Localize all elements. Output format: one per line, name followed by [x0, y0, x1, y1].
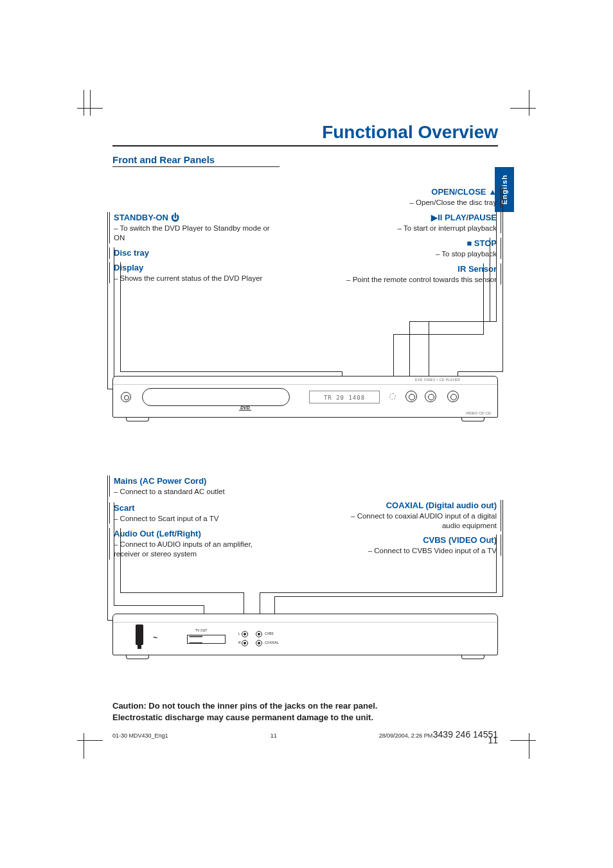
page-content: Functional Overview Front and Rear Panel… — [112, 122, 498, 745]
crop-mark-top-right — [510, 90, 536, 116]
section-rule — [112, 166, 280, 167]
leader-line — [114, 605, 204, 606]
front-panel-device: DVD TR 20 1408 DVD VIDEO / CD PLAYER VID… — [112, 376, 498, 418]
scart-label: Scart — [114, 502, 270, 514]
audio-right-jack-icon — [242, 640, 248, 646]
dvd-logo-icon: DVD — [239, 405, 251, 411]
crop-mark-top-left — [77, 90, 103, 116]
callout-coaxial: COAXIAL (Digital audio out) Connect to c… — [341, 500, 501, 531]
ac-symbol-icon: ~ — [153, 633, 157, 642]
audio-out-desc: Connect to AUDIO inputs of an amplifier,… — [114, 540, 270, 560]
standby-button-icon — [121, 392, 131, 402]
leader-line — [260, 592, 497, 593]
callout-cvbs: CVBS (VIDEO Out) Connect to CVBS Video i… — [341, 535, 501, 556]
front-panel-block: STANDBY-ON ⏻ To switch the DVD Player to… — [112, 212, 498, 418]
callout-play-pause: ▶II PLAY/PAUSE To start or interrupt pla… — [341, 212, 501, 233]
display-label: Display — [114, 262, 270, 274]
leader-line — [107, 212, 108, 389]
scart-desc: Connect to Scart input of a TV — [114, 514, 270, 524]
device-foot-right — [461, 418, 484, 421]
leader-line — [114, 247, 114, 389]
disc-tray-icon: DVD — [142, 388, 290, 406]
mains-desc: Connect to a standard AC outlet — [114, 487, 270, 497]
leader-line — [120, 262, 121, 371]
stop-desc: To stop playback — [341, 249, 497, 260]
section-heading: Front and Rear Panels — [112, 154, 498, 165]
jack-label-r: R — [238, 641, 241, 644]
play-pause-label: ▶II PLAY/PAUSE — [341, 212, 497, 224]
leader-line — [120, 371, 342, 372]
leader-line — [490, 238, 490, 321]
leader-line — [275, 596, 503, 597]
callout-stop: ■ STOP To stop playback — [341, 238, 501, 259]
language-tab-label: English — [501, 175, 508, 205]
device-top-line — [113, 622, 497, 623]
leader-line — [429, 321, 490, 322]
standby-on-label: STANDBY-ON ⏻ — [114, 212, 270, 224]
leader-line — [120, 528, 121, 592]
ir-sensor-label: IR Sensor — [341, 263, 497, 275]
caution-block: Caution: Do not touch the inner pins of … — [112, 700, 498, 723]
ir-sensor-desc: Point the remote control towards this se… — [341, 275, 497, 285]
device-top-label: DVD VIDEO / CD PLAYER — [415, 378, 460, 382]
device-foot-left — [126, 655, 149, 659]
crop-mark-bottom-left — [77, 733, 103, 759]
ir-sensor-icon — [389, 393, 396, 400]
jack-label-l: L — [238, 632, 240, 635]
audio-left-jack-icon — [242, 631, 248, 637]
leader-line — [458, 371, 503, 372]
open-close-button-icon — [447, 391, 459, 402]
cvbs-desc: Connect to CVBS Video input of a TV — [341, 546, 497, 556]
leader-line — [483, 263, 484, 334]
callout-open-close: OPEN/CLOSE ▲ Open/Close the disc tray — [341, 186, 501, 208]
callout-ir-sensor: IR Sensor Point the remote control towar… — [341, 263, 501, 285]
callout-scart: Scart Connect to Scart input of a TV — [109, 502, 270, 524]
play-pause-desc: To start or interrupt playback — [341, 224, 497, 234]
coaxial-desc: Connect to coaxial AUDIO input of a digi… — [341, 511, 497, 531]
leader-line — [394, 334, 484, 335]
display-panel-icon: TR 20 1408 — [309, 391, 380, 403]
play-pause-button-icon — [405, 391, 417, 402]
caution-line-1: Caution: Do not touch the inner pins of … — [112, 700, 498, 712]
footer-date: 28/09/2004, 2:26 PM — [379, 732, 433, 739]
footer-timestamp: 28/09/2004, 2:26 PM 3439 246 14551 — [379, 729, 498, 740]
stop-label: ■ STOP — [341, 238, 497, 249]
device-foot-right — [461, 655, 484, 659]
cvbs-jack-icon — [256, 631, 262, 637]
device-foot-left — [126, 418, 149, 421]
open-close-desc: Open/Close the disc tray — [341, 198, 497, 208]
leader-line — [502, 500, 503, 596]
callout-display: Display Shows the current status of the … — [109, 262, 270, 283]
callout-audio-out: Audio Out (Left/Right) Connect to AUDIO … — [109, 528, 270, 560]
footer-partno: 3439 246 14551 — [433, 729, 498, 740]
leader-line — [114, 502, 114, 605]
jack-label-cvbs: CVBS — [265, 632, 274, 635]
vcd-logo: VIDEO CD CD — [466, 411, 491, 415]
audio-out-label: Audio Out (Left/Right) — [114, 528, 270, 540]
rear-panel-block: Mains (AC Power Cord) Connect to a stand… — [112, 488, 498, 655]
display-desc: Shows the current status of the DVD Play… — [114, 274, 270, 284]
rear-panel-device: ~ TV OUT L R CVBS COAXIAL — [112, 614, 498, 655]
callout-disc-tray: Disc tray — [109, 247, 270, 259]
open-close-label: OPEN/CLOSE ▲ — [341, 186, 497, 198]
leader-line — [496, 212, 497, 321]
jack-label-coax: COAXIAL — [265, 641, 279, 644]
cvbs-label: CVBS (VIDEO Out) — [341, 535, 497, 546]
print-footer: 01-30 MDV430_Eng1 11 28/09/2004, 2:26 PM… — [112, 729, 498, 740]
standby-on-desc: To switch the DVD Player to Standby mode… — [114, 224, 270, 244]
disc-tray-label: Disc tray — [114, 247, 270, 259]
device-top-line — [113, 384, 497, 385]
mains-label: Mains (AC Power Cord) — [114, 475, 270, 487]
coaxial-label: COAXIAL (Digital audio out) — [341, 500, 497, 511]
callout-mains: Mains (AC Power Cord) Connect to a stand… — [109, 475, 270, 497]
crop-mark-bottom-right — [510, 733, 536, 759]
title-rule — [112, 145, 498, 146]
leader-line — [120, 592, 244, 593]
power-cord-icon — [136, 624, 143, 645]
leader-line — [496, 535, 497, 592]
leader-line — [502, 186, 503, 371]
footer-page: 11 — [271, 732, 277, 739]
caution-line-2: Electrostatic discharge may cause perman… — [112, 712, 498, 723]
scart-connector-icon — [187, 635, 226, 644]
page-title: Functional Overview — [112, 122, 498, 143]
